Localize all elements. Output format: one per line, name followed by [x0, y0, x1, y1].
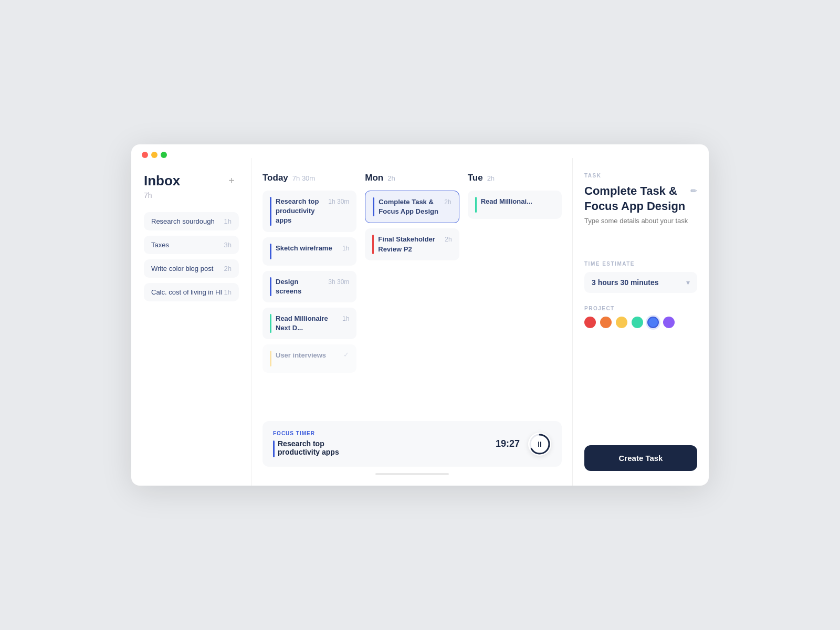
task-content: Research top productivity apps: [276, 197, 324, 226]
task-read-millionaire[interactable]: Read Millionaire Next D... 1h: [262, 308, 356, 339]
inbox-item-taxes[interactable]: Taxes 3h: [144, 236, 239, 254]
inbox-item-time: 3h: [224, 241, 232, 249]
task-content: Read Millionai...: [481, 197, 554, 206]
task-name: Final Stakeholder Review P2: [378, 235, 440, 254]
tue-day-name: Tue: [468, 173, 483, 183]
color-green[interactable]: [632, 317, 643, 328]
task-research-productivity[interactable]: Research top productivity apps 1h 30m: [262, 191, 356, 232]
focus-timer-left: FOCUS TIMER Research top productivity ap…: [273, 430, 339, 457]
panel-task-title-text: Complete Task & Focus App Design: [584, 184, 686, 214]
focus-pause-button[interactable]: ⏸: [528, 433, 551, 456]
add-task-button[interactable]: +: [224, 174, 239, 188]
task-name: Research top productivity apps: [276, 197, 324, 226]
tue-column: Tue 2h Read Millionai...: [468, 173, 562, 415]
task-details-input[interactable]: [584, 217, 697, 248]
task-name: User interviews: [276, 351, 339, 360]
color-purple[interactable]: [663, 317, 675, 328]
task-bar-blue: [373, 197, 374, 216]
task-read-millionaire-tue[interactable]: Read Millionai...: [468, 191, 562, 219]
inbox-item-label: Taxes: [151, 241, 169, 249]
task-section-label: TASK: [584, 173, 697, 178]
close-dot[interactable]: [142, 152, 148, 158]
task-name: Sketch wireframe: [276, 244, 338, 253]
focus-task-name: Research top productivity apps: [273, 439, 339, 457]
task-name: Read Millionaire Next D...: [276, 314, 338, 333]
focus-timer-box: FOCUS TIMER Research top productivity ap…: [262, 421, 562, 467]
task-time: 1h: [342, 314, 349, 322]
mon-day-name: Mon: [365, 173, 383, 183]
checkmark-icon: ✓: [343, 351, 349, 359]
task-bar-blue: [270, 197, 271, 226]
inbox-item-color-blog[interactable]: Write color blog post 2h: [144, 259, 239, 278]
minimize-dot[interactable]: [151, 152, 158, 158]
task-user-interviews[interactable]: User interviews ✓: [262, 344, 356, 373]
mon-column: Mon 2h Complete Task & Focus App Design …: [365, 173, 459, 415]
sidebar-title: Inbox: [144, 173, 180, 189]
color-yellow[interactable]: [616, 317, 627, 328]
focus-right: 19:27 ⏸: [496, 433, 551, 456]
today-header: Today 7h 30m: [262, 173, 356, 183]
task-content: Complete Task & Focus App Design: [379, 197, 440, 216]
edit-icon[interactable]: ✏: [690, 186, 697, 196]
time-estimate-label: TIME ESTIMATE: [584, 261, 697, 267]
task-time: 3h 30m: [328, 277, 349, 286]
project-label: PROJECT: [584, 306, 697, 311]
time-estimate-value: 3 hours 30 minutes: [592, 278, 659, 287]
task-content: Read Millionaire Next D...: [276, 314, 338, 333]
task-time: 1h 30m: [328, 197, 349, 205]
task-time: 2h: [445, 235, 452, 243]
mon-duration: 2h: [387, 174, 395, 182]
sidebar: Inbox + 7h Research sourdough 1h Taxes 3…: [131, 158, 252, 486]
create-task-button[interactable]: Create Task: [584, 445, 697, 471]
scrollbar[interactable]: [375, 473, 449, 475]
inbox-item-time: 1h: [224, 217, 232, 225]
inbox-item-calc-cost[interactable]: Calc. cost of living in HI 1h: [144, 283, 239, 301]
panel-task-title-row: Complete Task & Focus App Design ✏: [584, 184, 697, 214]
time-estimate-row[interactable]: 3 hours 30 minutes ▾: [584, 272, 697, 293]
inbox-item-label: Write color blog post: [151, 265, 213, 272]
task-content: Design screens: [276, 277, 324, 296]
focus-task-name-text: Research top productivity apps: [278, 439, 339, 456]
task-final-stakeholder[interactable]: Final Stakeholder Review P2 2h: [365, 228, 459, 260]
today-day-name: Today: [262, 173, 288, 183]
task-sketch-wireframe[interactable]: Sketch wireframe 1h: [262, 237, 356, 266]
pause-icon: ⏸: [536, 440, 543, 448]
task-bar-yellow: [270, 351, 271, 366]
title-bar: [131, 144, 709, 158]
mon-header: Mon 2h: [365, 173, 459, 183]
task-name: Read Millionai...: [481, 197, 554, 206]
app-body: Inbox + 7h Research sourdough 1h Taxes 3…: [131, 158, 709, 486]
task-design-screens[interactable]: Design screens 3h 30m: [262, 271, 356, 302]
task-bar-green: [475, 197, 477, 213]
today-duration: 7h 30m: [292, 174, 315, 182]
color-red[interactable]: [584, 317, 596, 328]
task-time: 1h: [342, 244, 349, 252]
color-orange[interactable]: [600, 317, 612, 328]
main-area: Today 7h 30m Research top productivity a…: [252, 158, 572, 486]
task-content: User interviews: [276, 351, 339, 360]
focus-timer-label: FOCUS TIMER: [273, 430, 339, 436]
task-complete-focus-app[interactable]: Complete Task & Focus App Design 2h: [365, 191, 459, 223]
inbox-item-label: Research sourdough: [151, 217, 215, 225]
focus-bar: [273, 440, 275, 457]
right-panel: TASK Complete Task & Focus App Design ✏ …: [572, 158, 709, 486]
project-colors: [584, 317, 697, 328]
tue-header: Tue 2h: [468, 173, 562, 183]
task-name: Design screens: [276, 277, 324, 296]
inbox-item-label: Calc. cost of living in HI: [151, 288, 222, 296]
sidebar-total-time: 7h: [144, 191, 239, 200]
inbox-item-time: 1h: [224, 288, 232, 296]
color-blue[interactable]: [647, 317, 659, 328]
inbox-item-time: 2h: [224, 265, 232, 272]
task-bar-blue: [270, 244, 271, 259]
task-time: 2h: [444, 197, 451, 206]
maximize-dot[interactable]: [161, 152, 167, 158]
tue-duration: 2h: [487, 174, 495, 182]
task-name: Complete Task & Focus App Design: [379, 197, 440, 216]
focus-timer-time: 19:27: [496, 438, 520, 449]
task-bar-red: [372, 235, 374, 254]
today-column: Today 7h 30m Research top productivity a…: [262, 173, 356, 415]
inbox-item-research-sourdough[interactable]: Research sourdough 1h: [144, 212, 239, 230]
task-bar-blue: [270, 277, 271, 296]
app-window: Inbox + 7h Research sourdough 1h Taxes 3…: [131, 144, 709, 486]
